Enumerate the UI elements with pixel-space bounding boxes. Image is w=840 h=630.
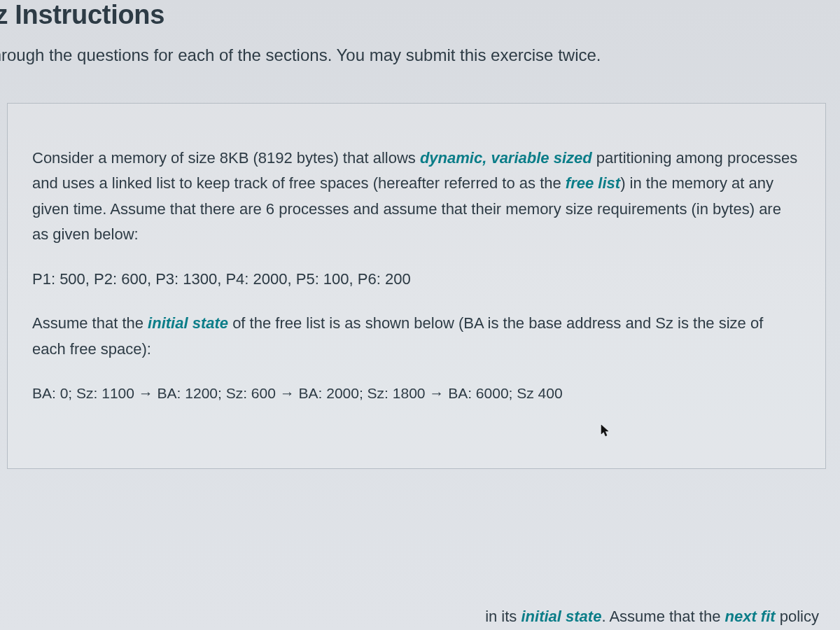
para2-pre: Assume that the	[32, 314, 148, 332]
question-box: Consider a memory of size 8KB (8192 byte…	[7, 103, 826, 469]
bottom-mid: . Assume that the	[601, 608, 724, 625]
free-list-chain: BA: 0; Sz: 1100 → BA: 1200; Sz: 600 → BA…	[32, 382, 801, 405]
bottom-text-fragment: in its initial state. Assume that the ne…	[485, 608, 819, 626]
bottom-post: policy	[776, 608, 819, 625]
process-requirements-line: P1: 500, P2: 600, P3: 1300, P4: 2000, P5…	[32, 267, 801, 291]
question-paragraph-1: Consider a memory of size 8KB (8192 byte…	[32, 146, 801, 247]
para2-em-initial-state: initial state	[148, 314, 228, 332]
para1-pre: Consider a memory of size 8KB (8192 byte…	[32, 149, 420, 167]
para1-em-dynamic: dynamic, variable sized	[420, 149, 592, 167]
bottom-em-initial-state: initial state	[521, 608, 601, 625]
bottom-pre: in its	[485, 608, 521, 625]
question-paragraph-2: Assume that the initial state of the fre…	[32, 311, 801, 362]
page-title: iz Instructions	[0, 0, 840, 43]
instructions-text: through the questions for each of the se…	[0, 43, 840, 68]
para1-em-freelist: free list	[566, 174, 620, 192]
bottom-em-next-fit: next fit	[725, 608, 776, 625]
